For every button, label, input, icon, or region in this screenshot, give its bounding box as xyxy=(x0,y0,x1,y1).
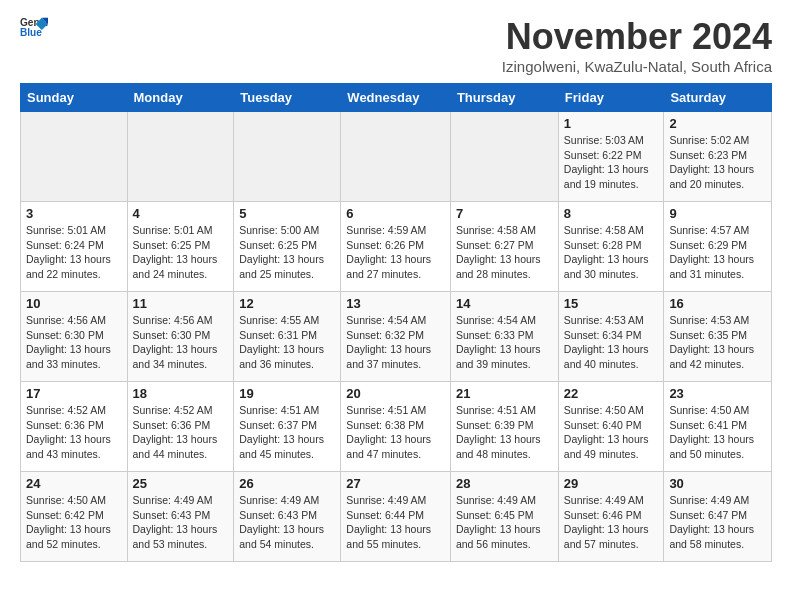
day-number: 4 xyxy=(133,206,229,221)
calendar-cell: 7Sunrise: 4:58 AM Sunset: 6:27 PM Daylig… xyxy=(450,202,558,292)
calendar-cell: 2Sunrise: 5:02 AM Sunset: 6:23 PM Daylig… xyxy=(664,112,772,202)
calendar-cell xyxy=(21,112,128,202)
calendar-cell: 21Sunrise: 4:51 AM Sunset: 6:39 PM Dayli… xyxy=(450,382,558,472)
day-number: 5 xyxy=(239,206,335,221)
week-row-3: 10Sunrise: 4:56 AM Sunset: 6:30 PM Dayli… xyxy=(21,292,772,382)
day-number: 28 xyxy=(456,476,553,491)
title-area: November 2024 Izingolweni, KwaZulu-Natal… xyxy=(502,16,772,75)
day-info: Sunrise: 5:01 AM Sunset: 6:25 PM Dayligh… xyxy=(133,223,229,282)
week-row-1: 1Sunrise: 5:03 AM Sunset: 6:22 PM Daylig… xyxy=(21,112,772,202)
calendar-header-row: SundayMondayTuesdayWednesdayThursdayFrid… xyxy=(21,84,772,112)
calendar-cell: 4Sunrise: 5:01 AM Sunset: 6:25 PM Daylig… xyxy=(127,202,234,292)
calendar-cell: 15Sunrise: 4:53 AM Sunset: 6:34 PM Dayli… xyxy=(558,292,664,382)
calendar-cell: 1Sunrise: 5:03 AM Sunset: 6:22 PM Daylig… xyxy=(558,112,664,202)
day-number: 6 xyxy=(346,206,445,221)
week-row-2: 3Sunrise: 5:01 AM Sunset: 6:24 PM Daylig… xyxy=(21,202,772,292)
day-number: 7 xyxy=(456,206,553,221)
day-number: 13 xyxy=(346,296,445,311)
day-info: Sunrise: 4:53 AM Sunset: 6:35 PM Dayligh… xyxy=(669,313,766,372)
day-info: Sunrise: 4:49 AM Sunset: 6:45 PM Dayligh… xyxy=(456,493,553,552)
day-number: 14 xyxy=(456,296,553,311)
day-number: 10 xyxy=(26,296,122,311)
calendar-cell: 14Sunrise: 4:54 AM Sunset: 6:33 PM Dayli… xyxy=(450,292,558,382)
day-number: 27 xyxy=(346,476,445,491)
calendar-cell: 29Sunrise: 4:49 AM Sunset: 6:46 PM Dayli… xyxy=(558,472,664,562)
day-info: Sunrise: 4:55 AM Sunset: 6:31 PM Dayligh… xyxy=(239,313,335,372)
calendar-cell: 3Sunrise: 5:01 AM Sunset: 6:24 PM Daylig… xyxy=(21,202,128,292)
day-info: Sunrise: 4:59 AM Sunset: 6:26 PM Dayligh… xyxy=(346,223,445,282)
calendar-table: SundayMondayTuesdayWednesdayThursdayFrid… xyxy=(20,83,772,562)
page-header: General Blue November 2024 Izingolweni, … xyxy=(20,16,772,75)
calendar-cell xyxy=(127,112,234,202)
generalblue-logo-icon: General Blue xyxy=(20,16,48,38)
calendar-cell: 12Sunrise: 4:55 AM Sunset: 6:31 PM Dayli… xyxy=(234,292,341,382)
day-number: 18 xyxy=(133,386,229,401)
calendar-cell: 5Sunrise: 5:00 AM Sunset: 6:25 PM Daylig… xyxy=(234,202,341,292)
day-info: Sunrise: 4:49 AM Sunset: 6:46 PM Dayligh… xyxy=(564,493,659,552)
day-info: Sunrise: 4:49 AM Sunset: 6:43 PM Dayligh… xyxy=(239,493,335,552)
calendar-cell: 11Sunrise: 4:56 AM Sunset: 6:30 PM Dayli… xyxy=(127,292,234,382)
day-info: Sunrise: 4:54 AM Sunset: 6:33 PM Dayligh… xyxy=(456,313,553,372)
calendar-cell: 8Sunrise: 4:58 AM Sunset: 6:28 PM Daylig… xyxy=(558,202,664,292)
calendar-cell: 24Sunrise: 4:50 AM Sunset: 6:42 PM Dayli… xyxy=(21,472,128,562)
calendar-cell: 26Sunrise: 4:49 AM Sunset: 6:43 PM Dayli… xyxy=(234,472,341,562)
calendar-cell: 30Sunrise: 4:49 AM Sunset: 6:47 PM Dayli… xyxy=(664,472,772,562)
day-number: 25 xyxy=(133,476,229,491)
day-info: Sunrise: 5:02 AM Sunset: 6:23 PM Dayligh… xyxy=(669,133,766,192)
day-info: Sunrise: 4:50 AM Sunset: 6:40 PM Dayligh… xyxy=(564,403,659,462)
col-header-friday: Friday xyxy=(558,84,664,112)
day-number: 19 xyxy=(239,386,335,401)
calendar-cell xyxy=(341,112,451,202)
day-number: 17 xyxy=(26,386,122,401)
day-number: 30 xyxy=(669,476,766,491)
day-number: 16 xyxy=(669,296,766,311)
day-number: 21 xyxy=(456,386,553,401)
day-info: Sunrise: 4:52 AM Sunset: 6:36 PM Dayligh… xyxy=(26,403,122,462)
logo: General Blue xyxy=(20,16,48,38)
week-row-5: 24Sunrise: 4:50 AM Sunset: 6:42 PM Dayli… xyxy=(21,472,772,562)
calendar-cell xyxy=(450,112,558,202)
day-info: Sunrise: 5:03 AM Sunset: 6:22 PM Dayligh… xyxy=(564,133,659,192)
day-number: 24 xyxy=(26,476,122,491)
calendar-cell: 19Sunrise: 4:51 AM Sunset: 6:37 PM Dayli… xyxy=(234,382,341,472)
day-number: 20 xyxy=(346,386,445,401)
week-row-4: 17Sunrise: 4:52 AM Sunset: 6:36 PM Dayli… xyxy=(21,382,772,472)
day-number: 12 xyxy=(239,296,335,311)
day-number: 26 xyxy=(239,476,335,491)
month-title: November 2024 xyxy=(502,16,772,58)
day-info: Sunrise: 4:56 AM Sunset: 6:30 PM Dayligh… xyxy=(26,313,122,372)
calendar-cell: 28Sunrise: 4:49 AM Sunset: 6:45 PM Dayli… xyxy=(450,472,558,562)
day-info: Sunrise: 4:51 AM Sunset: 6:37 PM Dayligh… xyxy=(239,403,335,462)
col-header-sunday: Sunday xyxy=(21,84,128,112)
day-info: Sunrise: 4:49 AM Sunset: 6:47 PM Dayligh… xyxy=(669,493,766,552)
calendar-cell: 16Sunrise: 4:53 AM Sunset: 6:35 PM Dayli… xyxy=(664,292,772,382)
day-number: 1 xyxy=(564,116,659,131)
day-number: 8 xyxy=(564,206,659,221)
col-header-wednesday: Wednesday xyxy=(341,84,451,112)
day-info: Sunrise: 5:00 AM Sunset: 6:25 PM Dayligh… xyxy=(239,223,335,282)
calendar-cell xyxy=(234,112,341,202)
day-info: Sunrise: 4:58 AM Sunset: 6:27 PM Dayligh… xyxy=(456,223,553,282)
day-number: 3 xyxy=(26,206,122,221)
day-number: 9 xyxy=(669,206,766,221)
svg-text:Blue: Blue xyxy=(20,27,42,38)
calendar-cell: 20Sunrise: 4:51 AM Sunset: 6:38 PM Dayli… xyxy=(341,382,451,472)
calendar-cell: 23Sunrise: 4:50 AM Sunset: 6:41 PM Dayli… xyxy=(664,382,772,472)
day-info: Sunrise: 5:01 AM Sunset: 6:24 PM Dayligh… xyxy=(26,223,122,282)
day-info: Sunrise: 4:53 AM Sunset: 6:34 PM Dayligh… xyxy=(564,313,659,372)
col-header-monday: Monday xyxy=(127,84,234,112)
location-subtitle: Izingolweni, KwaZulu-Natal, South Africa xyxy=(502,58,772,75)
calendar-cell: 9Sunrise: 4:57 AM Sunset: 6:29 PM Daylig… xyxy=(664,202,772,292)
calendar-cell: 17Sunrise: 4:52 AM Sunset: 6:36 PM Dayli… xyxy=(21,382,128,472)
calendar-cell: 22Sunrise: 4:50 AM Sunset: 6:40 PM Dayli… xyxy=(558,382,664,472)
day-info: Sunrise: 4:56 AM Sunset: 6:30 PM Dayligh… xyxy=(133,313,229,372)
day-info: Sunrise: 4:57 AM Sunset: 6:29 PM Dayligh… xyxy=(669,223,766,282)
calendar-cell: 18Sunrise: 4:52 AM Sunset: 6:36 PM Dayli… xyxy=(127,382,234,472)
day-info: Sunrise: 4:51 AM Sunset: 6:38 PM Dayligh… xyxy=(346,403,445,462)
day-info: Sunrise: 4:52 AM Sunset: 6:36 PM Dayligh… xyxy=(133,403,229,462)
day-info: Sunrise: 4:58 AM Sunset: 6:28 PM Dayligh… xyxy=(564,223,659,282)
day-number: 11 xyxy=(133,296,229,311)
day-info: Sunrise: 4:54 AM Sunset: 6:32 PM Dayligh… xyxy=(346,313,445,372)
col-header-thursday: Thursday xyxy=(450,84,558,112)
col-header-tuesday: Tuesday xyxy=(234,84,341,112)
